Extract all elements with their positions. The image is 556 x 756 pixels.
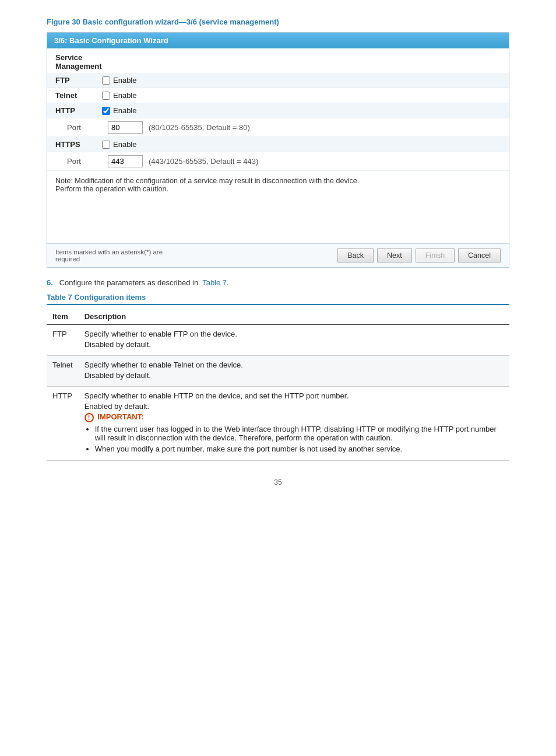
http-row: HTTP Enable: [47, 103, 509, 118]
page-number: 35: [47, 478, 509, 487]
wizard-body: ServiceManagement FTP Enable Telnet Enab…: [47, 48, 509, 267]
http-enable-label: Enable: [113, 106, 136, 115]
col-item-header: Item: [47, 309, 79, 325]
next-button[interactable]: Next: [377, 249, 412, 262]
http-label: HTTP: [55, 106, 102, 115]
footer-buttons: Back Next Finish Cancel: [337, 249, 501, 262]
https-port-input[interactable]: [108, 155, 143, 167]
back-button[interactable]: Back: [337, 249, 374, 262]
step6-period: .: [227, 278, 229, 287]
figure-caption: Figure 30 Basic configuration wizard—3/6…: [47, 18, 509, 26]
http-port-row: Port (80/1025-65535, Default = 80): [47, 118, 509, 137]
table-caption: Table 7 Configuration items: [47, 293, 509, 305]
http-port-hint: (80/1025-65535, Default = 80): [149, 123, 250, 132]
ftp-desc2: Disabled by default.: [85, 340, 504, 349]
https-port-hint: (443/1025-65535, Default = 443): [149, 157, 258, 166]
wizard-header: 3/6: Basic Configuration Wizard: [47, 33, 509, 48]
https-row: HTTPS Enable: [47, 137, 509, 152]
http-desc1: Specify whether to enable HTTP on the de…: [85, 391, 504, 400]
ftp-label: FTP: [55, 76, 102, 85]
ftp-enable-label: Enable: [113, 76, 136, 85]
telnet-enable-group[interactable]: Enable: [102, 91, 136, 100]
http-bullet2: When you modify a port number, make sure…: [95, 444, 504, 453]
finish-button[interactable]: Finish: [416, 249, 455, 262]
telnet-checkbox[interactable]: [102, 92, 110, 100]
https-port-label: Port: [55, 157, 102, 166]
important-icon: !: [85, 413, 94, 422]
telnet-desc2: Disabled by default.: [85, 371, 504, 380]
telnet-enable-label: Enable: [113, 91, 136, 100]
ftp-desc1: Specify whether to enable FTP on the dev…: [85, 330, 504, 338]
step-number: 6.: [47, 278, 53, 287]
ftp-enable-group[interactable]: Enable: [102, 76, 136, 85]
wizard-box: 3/6: Basic Configuration Wizard ServiceM…: [47, 32, 509, 268]
footer-note: Items marked with an asterisk(*) arerequ…: [55, 249, 163, 262]
wizard-spacer: [47, 197, 509, 243]
telnet-label: Telnet: [55, 91, 102, 100]
telnet-desc1: Specify whether to enable Telnet on the …: [85, 360, 504, 369]
https-checkbox[interactable]: [102, 141, 110, 149]
http-bullet-list: If the current user has logged in to the…: [85, 425, 504, 453]
step6-line: 6. Configure the parameters as described…: [47, 278, 509, 287]
table7-link[interactable]: Table 7: [202, 278, 227, 287]
config-table: Item Description FTP Specify whether to …: [47, 309, 509, 461]
ftp-checkbox[interactable]: [102, 76, 110, 85]
cancel-button[interactable]: Cancel: [458, 249, 501, 262]
important-label: IMPORTANT:: [97, 412, 143, 421]
table-row: HTTP Specify whether to enable HTTP on t…: [47, 387, 509, 461]
http-bullet1: If the current user has logged in to the…: [95, 425, 504, 442]
https-enable-label: Enable: [113, 140, 136, 149]
section-title: ServiceManagement: [47, 48, 509, 73]
table-header-row: Item Description: [47, 309, 509, 325]
https-label: HTTPS: [55, 140, 102, 149]
http-checkbox[interactable]: [102, 107, 110, 115]
ftp-row: FTP Enable: [47, 73, 509, 88]
telnet-row: Telnet Enable: [47, 88, 509, 103]
http-port-label: Port: [55, 123, 102, 132]
https-port-row: Port (443/1025-65535, Default = 443): [47, 152, 509, 171]
https-enable-group[interactable]: Enable: [102, 140, 136, 149]
http-important-line: ! IMPORTANT:: [85, 412, 504, 422]
http-enable-group[interactable]: Enable: [102, 106, 136, 115]
col-desc-header: Description: [79, 309, 509, 325]
wizard-note: Note: Modification of the configuration …: [47, 171, 509, 197]
step6-text: Configure the parameters as described in: [59, 278, 198, 287]
table-row: Telnet Specify whether to enable Telnet …: [47, 356, 509, 387]
http-item-name: HTTP: [52, 391, 72, 400]
telnet-item-name: Telnet: [52, 360, 73, 369]
http-desc2: Enabled by default.: [85, 402, 504, 411]
ftp-item-name: FTP: [52, 330, 67, 338]
wizard-footer: Items marked with an asterisk(*) arerequ…: [47, 243, 509, 267]
http-port-input[interactable]: [108, 121, 143, 134]
table-row: FTP Specify whether to enable FTP on the…: [47, 325, 509, 356]
